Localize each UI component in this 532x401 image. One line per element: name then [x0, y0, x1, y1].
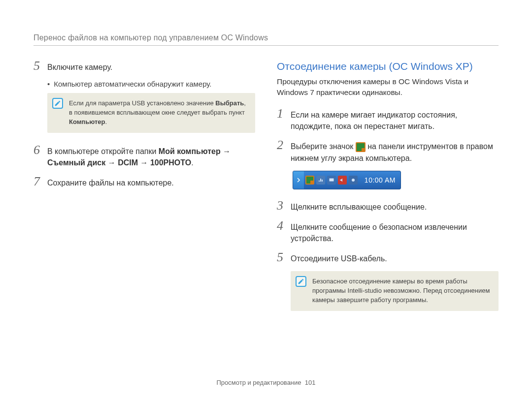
note-text: Безопасное отсоединение камеры во время …	[312, 278, 490, 304]
step-number: 1	[277, 107, 291, 120]
section-intro: Процедуры отключения камеры в ОС Windows…	[277, 76, 499, 98]
pencil-icon	[298, 278, 304, 285]
step-4-right: 4 Щелкните сообщение о безопасном извлеч…	[277, 219, 499, 244]
step-number: 5	[33, 60, 47, 72]
taskbar-clock: 10:00 AM	[360, 176, 400, 184]
windows-taskbar: 10:00 AM	[293, 171, 401, 189]
page-header: Перенос файлов на компьютер под управлен…	[33, 33, 499, 46]
step-3-right: 3 Щелкните всплывающее сообщение.	[277, 199, 499, 213]
step-6-left: 6 В компьютере откройте папки Мой компью…	[33, 144, 255, 168]
right-column: Отсоединение камеры (ОС Windows XP) Проц…	[277, 60, 499, 322]
note-icon	[52, 98, 63, 109]
step-5-right: 5 Отсоедините USB-кабель.	[277, 251, 499, 264]
step-text: В компьютере откройте папки Мой компьюте…	[47, 144, 255, 168]
step-text: Сохраните файлы на компьютере.	[47, 175, 174, 188]
footer-page-number: 101	[305, 379, 316, 386]
svg-point-1	[352, 179, 355, 182]
note-text: Если для параметра USB установлено значе…	[69, 99, 246, 125]
step-number: 7	[33, 175, 47, 188]
step-text: Выберите значок на панели инструментов в…	[291, 139, 499, 163]
step-text: Включите камеру.	[47, 60, 112, 73]
step-text: Отсоедините USB-кабель.	[291, 251, 387, 264]
step-number: 4	[277, 219, 291, 232]
volume-muted-icon	[338, 176, 347, 185]
step-1-right: 1 Если на камере мигает индикатор состоя…	[277, 107, 499, 132]
safely-remove-hardware-icon	[305, 176, 314, 185]
step-text: Если на камере мигает индикатор состояни…	[291, 107, 499, 132]
safely-remove-hardware-icon	[356, 142, 366, 152]
tray-extra-icon	[349, 176, 358, 185]
step-number: 5	[277, 251, 291, 264]
start-chevron-icon	[293, 171, 304, 189]
step-number: 3	[277, 199, 291, 212]
note-box-left: Если для параметра USB установлено значе…	[47, 93, 255, 133]
step-text: Щелкните всплывающее сообщение.	[291, 199, 427, 213]
pencil-icon	[54, 100, 61, 107]
page: Перенос файлов на компьютер под управлен…	[0, 0, 532, 401]
display-icon	[327, 176, 336, 185]
network-icon	[316, 176, 325, 185]
system-tray	[304, 176, 359, 185]
page-footer: Просмотр и редактирование 101	[0, 379, 532, 386]
bullet-text: Компьютер автоматически обнаружит камеру…	[54, 80, 211, 88]
step-number: 2	[277, 139, 291, 152]
step-5-bullet: Компьютер автоматически обнаружит камеру…	[47, 80, 255, 88]
section-title: Отсоединение камеры (ОС Windows XP)	[277, 61, 499, 72]
step-number: 6	[33, 144, 47, 156]
step-2-right: 2 Выберите значок на панели инструментов…	[277, 139, 499, 163]
step-5-left: 5 Включите камеру.	[33, 60, 255, 73]
step-7-left: 7 Сохраните файлы на компьютере.	[33, 175, 255, 188]
step-text: Щелкните сообщение о безопасном извлечен…	[291, 219, 499, 244]
note-icon	[296, 276, 306, 287]
svg-rect-0	[330, 178, 334, 181]
content-columns: 5 Включите камеру. Компьютер автоматичес…	[33, 60, 499, 322]
footer-section: Просмотр и редактирование	[217, 379, 301, 386]
taskbar-screenshot: 10:00 AM	[293, 171, 499, 189]
note-box-right: Безопасное отсоединение камеры во время …	[291, 271, 499, 311]
left-column: 5 Включите камеру. Компьютер автоматичес…	[33, 60, 255, 322]
